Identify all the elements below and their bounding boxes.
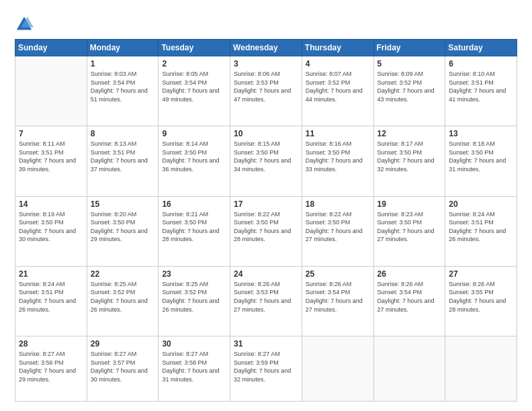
day-number: 8 [91,129,155,138]
calendar-header-monday: Monday [87,40,159,56]
calendar-header-sunday: Sunday [15,40,87,56]
calendar-table: SundayMondayTuesdayWednesdayThursdayFrid… [15,39,517,402]
cell-info: Sunrise: 8:05 AMSunset: 3:54 PMDaylight:… [162,70,226,103]
calendar-cell: 21Sunrise: 8:24 AMSunset: 3:51 PMDayligh… [15,266,87,336]
cell-info: Sunrise: 8:18 AMSunset: 3:50 PMDaylight:… [449,140,513,173]
day-number: 25 [306,269,370,279]
calendar-cell: 16Sunrise: 8:21 AMSunset: 3:50 PMDayligh… [159,196,230,266]
cell-info: Sunrise: 8:09 AMSunset: 3:52 PMDaylight:… [378,70,442,103]
calendar-cell: 6Sunrise: 8:10 AMSunset: 3:51 PMDaylight… [445,56,517,126]
header [15,12,517,34]
calendar-week-row: 21Sunrise: 8:24 AMSunset: 3:51 PMDayligh… [15,266,517,336]
day-number: 16 [162,199,226,209]
cell-info: Sunrise: 8:23 AMSunset: 3:50 PMDaylight:… [378,210,442,244]
cell-info: Sunrise: 8:17 AMSunset: 3:50 PMDaylight:… [378,140,442,173]
day-number: 11 [306,129,370,138]
cell-info: Sunrise: 8:24 AMSunset: 3:51 PMDaylight:… [449,210,513,244]
day-number: 20 [449,199,513,209]
day-number: 23 [162,269,226,279]
day-number: 13 [449,129,513,138]
cell-info: Sunrise: 8:13 AMSunset: 3:51 PMDaylight:… [91,140,155,173]
calendar-cell: 2Sunrise: 8:05 AMSunset: 3:54 PMDaylight… [159,56,230,126]
calendar-cell: 10Sunrise: 8:15 AMSunset: 3:50 PMDayligh… [230,126,302,196]
calendar-cell [373,336,445,402]
calendar-week-row: 7Sunrise: 8:11 AMSunset: 3:51 PMDaylight… [15,126,517,196]
day-number: 30 [162,339,226,349]
calendar-cell [15,56,87,126]
calendar-cell: 13Sunrise: 8:18 AMSunset: 3:50 PMDayligh… [445,126,517,196]
cell-info: Sunrise: 8:21 AMSunset: 3:50 PMDaylight:… [162,210,226,244]
day-number: 29 [91,339,155,349]
calendar-cell: 31Sunrise: 8:27 AMSunset: 3:59 PMDayligh… [230,336,302,402]
cell-info: Sunrise: 8:25 AMSunset: 3:52 PMDaylight:… [162,280,226,314]
day-number: 7 [19,129,83,138]
cell-info: Sunrise: 8:26 AMSunset: 3:54 PMDaylight:… [378,280,442,314]
day-number: 31 [234,339,298,349]
calendar-cell: 24Sunrise: 8:26 AMSunset: 3:53 PMDayligh… [230,266,302,336]
calendar-cell: 8Sunrise: 8:13 AMSunset: 3:51 PMDaylight… [87,126,159,196]
day-number: 1 [91,59,155,68]
cell-info: Sunrise: 8:06 AMSunset: 3:53 PMDaylight:… [234,70,298,103]
calendar-cell: 5Sunrise: 8:09 AMSunset: 3:52 PMDaylight… [373,56,445,126]
calendar-cell [302,336,373,402]
cell-info: Sunrise: 8:10 AMSunset: 3:51 PMDaylight:… [449,70,513,103]
cell-info: Sunrise: 8:24 AMSunset: 3:51 PMDaylight:… [19,280,83,314]
cell-info: Sunrise: 8:27 AMSunset: 3:59 PMDaylight:… [234,350,298,383]
day-number: 9 [162,129,226,138]
calendar-cell: 4Sunrise: 8:07 AMSunset: 3:52 PMDaylight… [302,56,373,126]
cell-info: Sunrise: 8:26 AMSunset: 3:54 PMDaylight:… [306,280,370,314]
calendar-header-friday: Friday [373,40,445,56]
cell-info: Sunrise: 8:22 AMSunset: 3:50 PMDaylight:… [234,210,298,244]
calendar-cell: 17Sunrise: 8:22 AMSunset: 3:50 PMDayligh… [230,196,302,266]
cell-info: Sunrise: 8:27 AMSunset: 3:58 PMDaylight:… [162,350,226,383]
cell-info: Sunrise: 8:03 AMSunset: 3:54 PMDaylight:… [91,70,155,103]
day-number: 2 [162,59,226,68]
calendar-cell: 11Sunrise: 8:16 AMSunset: 3:50 PMDayligh… [302,126,373,196]
calendar-header-wednesday: Wednesday [230,40,302,56]
day-number: 10 [234,129,298,138]
day-number: 28 [19,339,83,349]
day-number: 14 [19,199,83,209]
day-number: 21 [19,269,83,279]
day-number: 5 [378,59,442,68]
calendar-cell: 18Sunrise: 8:22 AMSunset: 3:50 PMDayligh… [302,196,373,266]
day-number: 4 [306,59,370,68]
calendar-cell: 25Sunrise: 8:26 AMSunset: 3:54 PMDayligh… [302,266,373,336]
calendar-header-saturday: Saturday [445,40,517,56]
cell-info: Sunrise: 8:07 AMSunset: 3:52 PMDaylight:… [306,70,370,103]
calendar-week-row: 1Sunrise: 8:03 AMSunset: 3:54 PMDaylight… [15,56,517,126]
calendar-cell: 9Sunrise: 8:14 AMSunset: 3:50 PMDaylight… [159,126,230,196]
calendar-week-row: 28Sunrise: 8:27 AMSunset: 3:56 PMDayligh… [15,336,517,402]
calendar-cell: 22Sunrise: 8:25 AMSunset: 3:52 PMDayligh… [87,266,159,336]
calendar-cell: 19Sunrise: 8:23 AMSunset: 3:50 PMDayligh… [373,196,445,266]
cell-info: Sunrise: 8:25 AMSunset: 3:52 PMDaylight:… [91,280,155,314]
day-number: 17 [234,199,298,209]
calendar-cell: 12Sunrise: 8:17 AMSunset: 3:50 PMDayligh… [373,126,445,196]
cell-info: Sunrise: 8:22 AMSunset: 3:50 PMDaylight:… [306,210,370,244]
calendar-week-row: 14Sunrise: 8:19 AMSunset: 3:50 PMDayligh… [15,196,517,266]
day-number: 24 [234,269,298,279]
calendar-cell: 29Sunrise: 8:27 AMSunset: 3:57 PMDayligh… [87,336,159,402]
calendar-cell: 26Sunrise: 8:26 AMSunset: 3:54 PMDayligh… [373,266,445,336]
calendar-header-thursday: Thursday [302,40,373,56]
calendar-cell: 30Sunrise: 8:27 AMSunset: 3:58 PMDayligh… [159,336,230,402]
calendar-cell: 15Sunrise: 8:20 AMSunset: 3:50 PMDayligh… [87,196,159,266]
cell-info: Sunrise: 8:26 AMSunset: 3:55 PMDaylight:… [449,280,513,314]
day-number: 12 [378,129,442,138]
calendar-cell: 23Sunrise: 8:25 AMSunset: 3:52 PMDayligh… [159,266,230,336]
cell-info: Sunrise: 8:20 AMSunset: 3:50 PMDaylight:… [91,210,155,244]
cell-info: Sunrise: 8:14 AMSunset: 3:50 PMDaylight:… [162,140,226,173]
calendar-cell: 28Sunrise: 8:27 AMSunset: 3:56 PMDayligh… [15,336,87,402]
day-number: 6 [449,59,513,68]
cell-info: Sunrise: 8:27 AMSunset: 3:57 PMDaylight:… [91,350,155,383]
cell-info: Sunrise: 8:27 AMSunset: 3:56 PMDaylight:… [19,350,83,383]
page: SundayMondayTuesdayWednesdayThursdayFrid… [0,0,532,411]
calendar-cell: 20Sunrise: 8:24 AMSunset: 3:51 PMDayligh… [445,196,517,266]
day-number: 15 [91,199,155,209]
cell-info: Sunrise: 8:15 AMSunset: 3:50 PMDaylight:… [234,140,298,173]
cell-info: Sunrise: 8:11 AMSunset: 3:51 PMDaylight:… [19,140,83,173]
day-number: 18 [306,199,370,209]
calendar-cell: 7Sunrise: 8:11 AMSunset: 3:51 PMDaylight… [15,126,87,196]
calendar-header-tuesday: Tuesday [159,40,230,56]
calendar-cell: 27Sunrise: 8:26 AMSunset: 3:55 PMDayligh… [445,266,517,336]
